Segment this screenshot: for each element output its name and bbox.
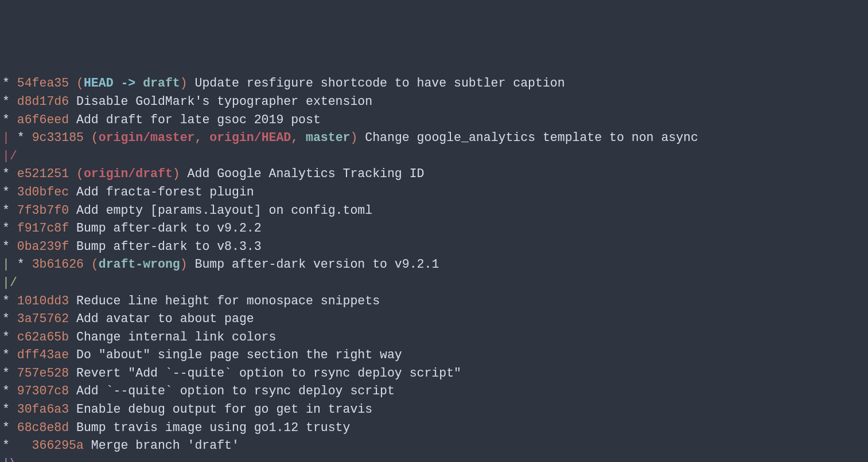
commit-hash: 3d0bfec bbox=[17, 185, 69, 199]
git-log-line: | * 9c33185 (origin/master, origin/HEAD,… bbox=[2, 129, 868, 147]
commit-hash: f917c8f bbox=[17, 221, 69, 235]
git-log-line: * e521251 (origin/draft) Add Google Anal… bbox=[2, 165, 868, 183]
commit-hash: a6f6eed bbox=[17, 113, 69, 127]
git-log-line: * 1010dd3 Reduce line height for monospa… bbox=[2, 292, 868, 311]
git-log-line: * 30fa6a3 Enable debug output for go get… bbox=[2, 401, 868, 419]
git-log-line: * 366295a Merge branch 'draft' bbox=[2, 437, 868, 455]
commit-message: Merge branch 'draft' bbox=[84, 438, 239, 452]
commit-message: Add draft for late gsoc 2019 post bbox=[69, 113, 321, 127]
commit-hash: 68c8e8d bbox=[17, 421, 69, 434]
git-log-line: * 7f3b7f0 Add empty [params.layout] on c… bbox=[2, 202, 868, 220]
commit-hash: 3a75762 bbox=[17, 312, 69, 326]
commit-message: Reduce line height for monospace snippet… bbox=[69, 294, 380, 308]
commit-message: Add fracta-forest plugin bbox=[69, 185, 254, 199]
git-log-line: * 757e528 Revert "Add `--quite` option t… bbox=[2, 365, 868, 383]
commit-hash: 1010dd3 bbox=[17, 294, 69, 308]
commit-hash: c62a65b bbox=[17, 330, 69, 344]
git-log-line: |/ bbox=[2, 274, 868, 292]
commit-message: Enable debug output for go get in travis bbox=[69, 402, 372, 416]
commit-message: Bump travis image using go1.12 trusty bbox=[69, 421, 350, 434]
git-log-line: | * 3b61626 (draft-wrong) Bump after-dar… bbox=[2, 256, 868, 274]
commit-hash: 30fa6a3 bbox=[17, 402, 69, 416]
commit-message: Bump after-dark to v9.2.2 bbox=[69, 221, 261, 235]
commit-hash: 7f3b7f0 bbox=[17, 203, 69, 217]
git-log-line: * d8d17d6 Disable GoldMark's typographer… bbox=[2, 93, 868, 111]
commit-message: Bump after-dark version to v9.2.1 bbox=[188, 257, 439, 271]
git-log-line: * dff43ae Do "about" single page section… bbox=[2, 346, 868, 365]
commit-hash: 3b61626 bbox=[32, 257, 84, 271]
git-log-line: |\ bbox=[2, 455, 868, 462]
commit-hash: 9c33185 bbox=[32, 131, 84, 144]
commit-hash: 757e528 bbox=[17, 366, 69, 380]
commit-message: Bump after-dark to v8.3.3 bbox=[69, 240, 261, 253]
commit-message: Update resfigure shortcode to have subtl… bbox=[188, 76, 565, 90]
git-log-line: * a6f6eed Add draft for late gsoc 2019 p… bbox=[2, 111, 868, 130]
commit-hash: 0ba239f bbox=[17, 240, 69, 253]
commit-hash: 97307c8 bbox=[17, 384, 69, 398]
commit-message: Add `--quite` option to rsync deploy scr… bbox=[69, 384, 395, 398]
commit-hash: dff43ae bbox=[17, 348, 69, 362]
git-log-line: * c62a65b Change internal link colors bbox=[2, 328, 868, 347]
git-log-line: * f917c8f Bump after-dark to v9.2.2 bbox=[2, 220, 868, 238]
git-log-line: * 97307c8 Add `--quite` option to rsync … bbox=[2, 382, 868, 401]
git-log-line: * 3a75762 Add avatar to about page bbox=[2, 310, 868, 328]
git-log-line: * 0ba239f Bump after-dark to v8.3.3 bbox=[2, 238, 868, 256]
commit-message: Add avatar to about page bbox=[69, 312, 254, 326]
git-log-output[interactable]: * 54fea35 (HEAD -> draft) Update resfigu… bbox=[2, 75, 868, 462]
commit-message: Disable GoldMark's typographer extension bbox=[69, 95, 372, 108]
commit-hash: d8d17d6 bbox=[17, 95, 69, 108]
commit-message: Do "about" single page section the right… bbox=[69, 348, 402, 362]
git-log-line: * 3d0bfec Add fracta-forest plugin bbox=[2, 183, 868, 202]
commit-message: Add empty [params.layout] on config.toml bbox=[69, 203, 372, 217]
git-log-line: * 68c8e8d Bump travis image using go1.12… bbox=[2, 419, 868, 437]
commit-message: Revert "Add `--quite` option to rsync de… bbox=[69, 366, 461, 380]
commit-hash: 366295a bbox=[32, 438, 84, 452]
commit-hash: e521251 bbox=[17, 167, 69, 181]
commit-hash: 54fea35 bbox=[17, 76, 69, 90]
git-log-line: |/ bbox=[2, 147, 868, 166]
commit-message: Change internal link colors bbox=[69, 330, 276, 344]
commit-message: Change google_analytics template to non … bbox=[357, 131, 698, 144]
commit-message: Add Google Analytics Tracking ID bbox=[180, 167, 425, 181]
git-log-line: * 54fea35 (HEAD -> draft) Update resfigu… bbox=[2, 75, 868, 93]
